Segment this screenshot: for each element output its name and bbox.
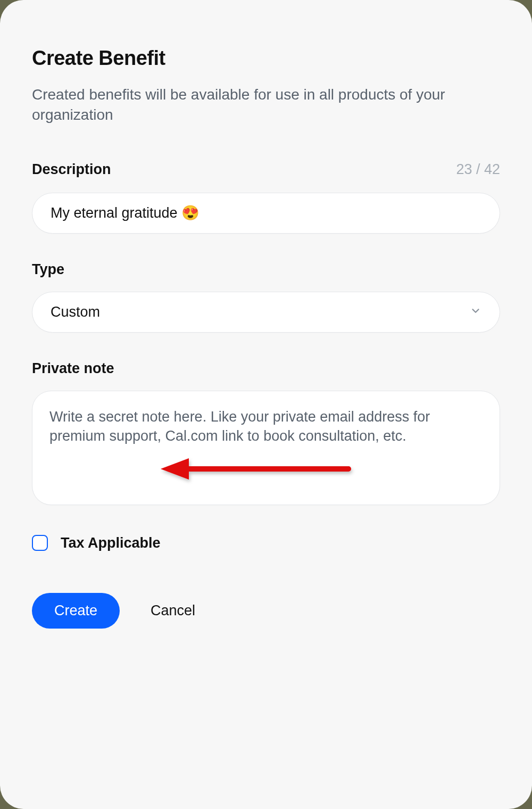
type-selected-value: Custom <box>51 304 100 320</box>
button-row: Create Cancel <box>32 593 500 629</box>
description-header: Description 23 / 42 <box>32 161 500 178</box>
description-label: Description <box>32 161 111 178</box>
private-note-label: Private note <box>32 360 114 376</box>
tax-applicable-row: Tax Applicable <box>32 535 500 551</box>
modal-title: Create Benefit <box>32 47 500 70</box>
chevron-down-icon <box>470 304 481 320</box>
type-select[interactable]: Custom <box>32 292 500 333</box>
type-label: Type <box>32 261 64 277</box>
description-counter: 23 / 42 <box>456 161 500 178</box>
tax-applicable-checkbox[interactable] <box>32 535 48 551</box>
private-note-textarea[interactable] <box>32 391 500 505</box>
create-benefit-modal: Create Benefit Created benefits will be … <box>0 0 532 809</box>
modal-subtitle: Created benefits will be available for u… <box>32 85 468 125</box>
cancel-button[interactable]: Cancel <box>151 602 195 619</box>
type-block: Type Custom <box>32 261 500 333</box>
create-button[interactable]: Create <box>32 593 120 629</box>
private-note-block: Private note <box>32 360 500 507</box>
tax-applicable-label: Tax Applicable <box>61 535 161 551</box>
description-input[interactable] <box>32 193 500 234</box>
